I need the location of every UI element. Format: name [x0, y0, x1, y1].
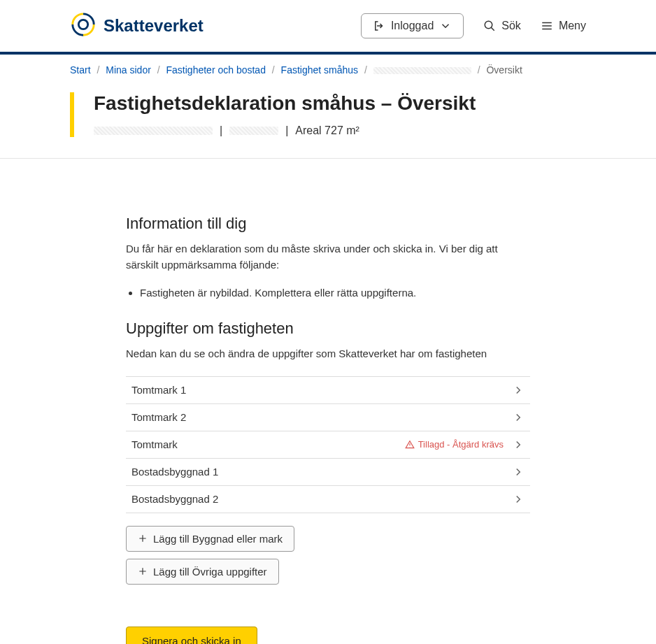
- brand-logo[interactable]: Skatteverket: [70, 11, 204, 41]
- property-list: Tomtmark 1 Tomtmark 2 Tomtmark: [126, 376, 530, 513]
- menu-icon: [541, 20, 553, 32]
- menu-label: Meny: [559, 20, 586, 32]
- property-item-label: Tomtmark 1: [131, 384, 186, 396]
- breadcrumb-current: Översikt: [486, 64, 522, 76]
- search-button[interactable]: Sök: [483, 20, 521, 32]
- breadcrumb-link-fastigheter[interactable]: Fastigheter och bostad: [166, 64, 266, 76]
- property-title: Uppgifter om fastigheten: [126, 320, 530, 338]
- chevron-right-icon: [512, 411, 525, 424]
- search-label: Sök: [501, 20, 521, 32]
- chevron-right-icon: [512, 438, 525, 451]
- add-other-button[interactable]: Lägg till Övriga uppgifter: [126, 559, 279, 585]
- property-id-redacted: [94, 127, 213, 135]
- property-item-label: Bostadsbyggnad 1: [131, 466, 218, 478]
- chevron-right-icon: [512, 384, 525, 396]
- title-block: Fastighetsdeklaration småhus – Översikt …: [0, 85, 656, 159]
- brand-name: Skatteverket: [104, 16, 204, 36]
- property-item-tomtmark[interactable]: Tomtmark Tillagd - Åtgärd krävs: [126, 431, 530, 459]
- site-header: Skatteverket Inloggad Sök Meny: [0, 0, 656, 55]
- property-item-bostad-2[interactable]: Bostadsbyggnad 2: [126, 486, 530, 513]
- property-item-label: Bostadsbyggnad 2: [131, 493, 218, 505]
- subtitle-row: | | Areal 727 m²: [94, 124, 586, 137]
- plus-icon: [138, 534, 148, 543]
- breadcrumb-redacted: [373, 67, 471, 74]
- loggedin-label: Inloggad: [391, 20, 434, 32]
- chevron-right-icon: [512, 466, 525, 478]
- areal-label: Areal 727 m²: [295, 124, 359, 137]
- warning-text: Tillagd - Åtgärd krävs: [418, 439, 504, 450]
- svg-point-0: [78, 20, 87, 29]
- menu-button[interactable]: Meny: [541, 20, 586, 32]
- info-intro: Du får här en deklaration som du måste s…: [126, 241, 530, 273]
- breadcrumb-link-start[interactable]: Start: [70, 64, 91, 76]
- property-detail-redacted: [229, 127, 278, 135]
- sign-submit-button[interactable]: Signera och skicka in: [126, 627, 257, 645]
- page-title: Fastighetsdeklaration småhus – Översikt: [94, 92, 586, 115]
- add-other-label: Lägg till Övriga uppgifter: [153, 566, 267, 578]
- property-section: Uppgifter om fastigheten Nedan kan du se…: [126, 320, 530, 585]
- chevron-down-icon: [439, 20, 452, 32]
- breadcrumb: Start / Mina sidor / Fastigheter och bos…: [0, 55, 656, 85]
- info-bullets: Fastigheten är nybildad. Komplettera ell…: [140, 287, 530, 299]
- property-item-label: Tomtmark: [131, 438, 178, 450]
- property-item-tomtmark-1[interactable]: Tomtmark 1: [126, 377, 530, 404]
- add-building-button[interactable]: Lägg till Byggnad eller mark: [126, 526, 294, 552]
- info-section: Information till dig Du får här en dekla…: [126, 215, 530, 299]
- property-item-tomtmark-2[interactable]: Tomtmark 2: [126, 404, 530, 431]
- info-bullet: Fastigheten är nybildad. Komplettera ell…: [140, 287, 530, 299]
- main-content: Information till dig Du får här en dekla…: [0, 159, 656, 644]
- search-icon: [483, 20, 496, 32]
- loggedin-dropdown[interactable]: Inloggad: [361, 13, 464, 38]
- header-actions: Inloggad Sök Meny: [361, 13, 586, 38]
- breadcrumb-link-minasidor[interactable]: Mina sidor: [106, 64, 151, 76]
- svg-point-1: [485, 21, 493, 29]
- swirl-icon: [70, 11, 97, 41]
- warning-badge: Tillagd - Åtgärd krävs: [405, 439, 504, 450]
- info-title: Information till dig: [126, 215, 530, 233]
- warning-icon: [405, 440, 415, 450]
- plus-icon: [138, 566, 148, 576]
- property-intro: Nedan kan du se och ändra de uppgifter s…: [126, 346, 530, 362]
- submit-row: Signera och skicka in: [126, 627, 530, 645]
- add-building-label: Lägg till Byggnad eller mark: [153, 533, 283, 545]
- property-item-bostad-1[interactable]: Bostadsbyggnad 1: [126, 459, 530, 486]
- chevron-right-icon: [512, 493, 525, 506]
- breadcrumb-link-smahus[interactable]: Fastighet småhus: [281, 64, 359, 76]
- add-buttons-row: Lägg till Byggnad eller mark Lägg till Ö…: [126, 526, 530, 585]
- user-out-icon: [373, 20, 385, 32]
- property-item-label: Tomtmark 2: [131, 411, 186, 423]
